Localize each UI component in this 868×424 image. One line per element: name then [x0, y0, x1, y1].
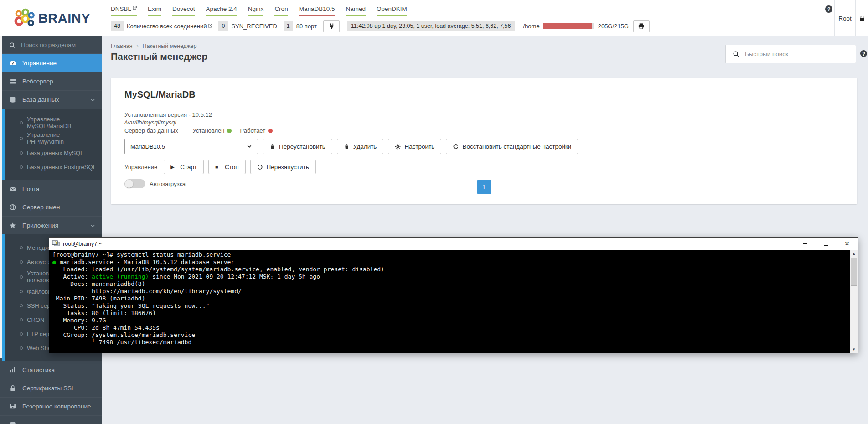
service-label: Apache 2.4 — [206, 5, 237, 12]
sidebar-item-applications[interactable]: Приложения — [0, 216, 102, 234]
sidebar-subitem-база-данных-postgresql[interactable]: База данных PostgreSQL — [5, 160, 102, 174]
button-label: Перезапустить — [267, 164, 309, 171]
service-link-dovecot[interactable]: Dovecot — [172, 5, 195, 16]
service-link-cron[interactable]: Cron — [274, 5, 288, 16]
chevron-down-icon — [247, 144, 252, 149]
service-link-exim[interactable]: Exim — [148, 5, 161, 16]
service-link-dnsbl[interactable]: DNSBL — [111, 5, 137, 16]
maximize-icon[interactable] — [816, 238, 837, 250]
search-icon — [9, 42, 16, 48]
running-label: Работает — [240, 127, 265, 134]
terminal-titlebar[interactable]: root@brainy7:~ ✕ — [49, 238, 858, 250]
installed-version: Установленная версия - 10.5.12 — [124, 111, 843, 119]
sidebar-subitem-label: База данных MySQL — [27, 150, 83, 156]
database-icon — [9, 96, 16, 103]
trash-icon — [269, 144, 275, 150]
star-icon — [9, 222, 16, 229]
service-label: OpenDKIM — [377, 5, 407, 12]
stat-количество-всех-соединений[interactable]: 48Количество всех соединений — [111, 21, 212, 31]
sidebar-item-backup[interactable]: Резервное копирование — [0, 397, 102, 415]
scrollbar-thumb[interactable] — [851, 258, 857, 286]
terminal-line: Memory: 9.7G — [52, 317, 850, 324]
sidebar-item-webserver[interactable]: Вебсервер — [0, 72, 102, 90]
lock-icon — [9, 385, 16, 392]
scroll-up-icon[interactable]: ▲ — [850, 250, 858, 257]
disk-usage-value: 205G/215G — [598, 23, 629, 30]
user-menu[interactable]: Root — [835, 0, 855, 36]
sidebar-subitem-label: CRON — [27, 316, 44, 323]
sidebar-subitem-label: Управление PHPMyAdmin — [27, 131, 98, 145]
terminal-line: Tasks: 80 (limit: 186676) — [52, 310, 850, 317]
terminal-line: Active: active (running) since Mon 2021-… — [52, 273, 850, 280]
search-help-icon[interactable]: ? — [860, 50, 867, 57]
button-старт[interactable]: ▶Старт — [164, 160, 204, 174]
button-настроить[interactable]: Настроить — [388, 139, 441, 154]
terminal-line: Docs: man:mariadbd(8) — [52, 280, 850, 288]
sidebar-subitem-управление-phpmyadmin[interactable]: Управление PHPMyAdmin — [5, 130, 102, 146]
server-label: Сервер баз данных — [124, 127, 178, 134]
button-переустановить[interactable]: Переустановить — [263, 139, 332, 154]
sidebar-item-databases[interactable]: База данных — [0, 90, 102, 109]
top-bar: BRAINY DNSBLEximDovecotApache 2.4NginxCr… — [0, 0, 868, 36]
service-link-named[interactable]: Named — [346, 5, 366, 16]
bullet-icon — [20, 121, 23, 124]
terminal-window: root@brainy7:~ ✕ [root@brainy7 ~]# syste… — [49, 237, 858, 353]
terminal-output[interactable]: [root@brainy7 ~]# systemctl status maria… — [49, 250, 850, 353]
sidebar-search-input[interactable] — [21, 41, 94, 48]
breadcrumb-home[interactable]: Главная — [111, 43, 133, 49]
service-link-mariadb10-5[interactable]: MariaDB10.5 — [299, 5, 335, 16]
sidebar-item-label: Сертификаты SSL — [22, 385, 75, 392]
stat-count: 48 — [111, 21, 124, 31]
button-восстановить-стандартные-настройки[interactable]: Восстановить стандартные настройки — [446, 139, 578, 154]
package-select[interactable]: MariaDB10.5 — [124, 139, 258, 154]
scroll-down-icon[interactable]: ▼ — [850, 346, 858, 353]
close-icon[interactable]: ✕ — [837, 238, 858, 250]
sidebar-subitem-управление-mysql-mariadb[interactable]: Управление MySQL/MariaDB — [5, 115, 102, 130]
package-card: MySQL/MariaDB Установленная версия - 10.… — [111, 78, 857, 204]
bullet-icon — [20, 275, 23, 279]
button-стоп[interactable]: ■Стоп — [208, 160, 246, 174]
sidebar-item-statistics[interactable]: Статистика — [0, 361, 102, 379]
brainy-logo[interactable]: BRAINY — [0, 0, 102, 36]
page-title: Пакетный менеджер — [111, 51, 207, 62]
service-label: Exim — [148, 5, 161, 12]
sidebar-item-partial[interactable] — [0, 415, 102, 424]
terminal-line: Main PID: 7498 (mariadbd) — [52, 295, 850, 302]
brainy-logo-icon — [11, 7, 35, 30]
terminal-scrollbar[interactable]: ▲ ▼ — [850, 250, 858, 353]
sidebar-item-management[interactable]: Управление — [0, 54, 102, 72]
backup-icon — [9, 403, 16, 410]
button-удалить[interactable]: Удалить — [337, 139, 384, 154]
app-root: BRAINY DNSBLEximDovecotApache 2.4NginxCr… — [0, 0, 868, 424]
sidebar-subitem-база-данных-mysql[interactable]: База данных MySQL — [5, 146, 102, 160]
manage-row: Управление ▶Старт■СтопПерезапустить — [124, 160, 843, 174]
status-line: Сервер баз данных Установлен Работает — [124, 127, 843, 134]
external-link-icon — [133, 5, 137, 9]
service-link-apache-2-4[interactable]: Apache 2.4 — [206, 5, 237, 16]
sidebar-item-nameserver[interactable]: Сервер имен — [0, 198, 102, 216]
stat-80-порт: 180 порт — [284, 21, 317, 31]
header-help-icon[interactable]: ? — [825, 5, 832, 13]
service-link-nginx[interactable]: Nginx — [248, 5, 264, 16]
button-перезапустить[interactable]: Перезапустить — [250, 160, 316, 174]
manage-buttons: ▶Старт■СтопПерезапустить — [164, 160, 316, 174]
minimize-icon[interactable] — [795, 238, 816, 250]
sidebar-item-label: Приложения — [22, 222, 58, 229]
sidebar-scrollbar[interactable] — [0, 36, 2, 358]
refresh-icon — [453, 144, 459, 150]
terminal-title: root@brainy7:~ — [63, 241, 102, 247]
services-nav: DNSBLEximDovecotApache 2.4NginxCronMaria… — [111, 5, 407, 16]
pagination-page-1[interactable]: 1 — [477, 180, 491, 194]
autostart-toggle[interactable] — [124, 179, 145, 188]
print-button[interactable] — [633, 20, 650, 32]
service-link-opendkim[interactable]: OpenDKIM — [377, 5, 407, 16]
printer-icon — [638, 23, 645, 30]
quick-search-input[interactable] — [745, 51, 841, 57]
chart-icon — [9, 367, 16, 373]
search-icon — [733, 51, 739, 57]
button-label: Восстановить стандартные настройки — [462, 143, 571, 150]
sidebar-item-mail[interactable]: Почта — [0, 180, 102, 198]
session-lock-button[interactable] — [856, 0, 868, 36]
sidebar-item-ssl-certificates[interactable]: Сертификаты SSL — [0, 379, 102, 397]
plug-button[interactable] — [323, 20, 340, 32]
